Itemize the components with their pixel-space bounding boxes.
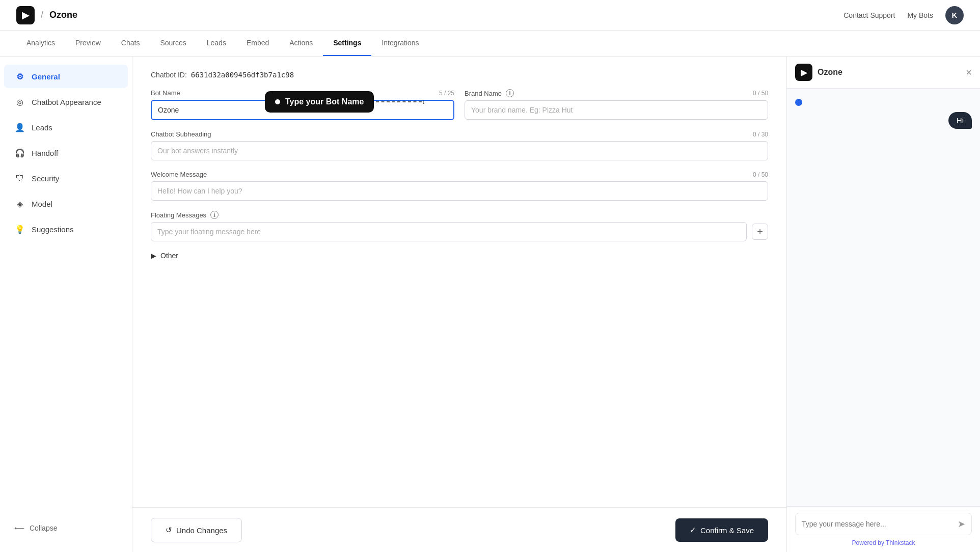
brand-name-count: 0 / 50 — [753, 90, 768, 97]
other-section[interactable]: ▶ Other — [151, 252, 768, 260]
bot-brand-row: Bot Name 5 / 25 Brand Name ℹ 0 / 50 — [151, 89, 768, 120]
welcome-label: Welcome Message 0 / 50 — [151, 171, 768, 178]
appearance-icon: ◎ — [14, 96, 25, 107]
chat-input-row: ➤ — [795, 513, 972, 535]
chat-title-text: Ozone — [818, 68, 842, 77]
tab-chats[interactable]: Chats — [111, 31, 150, 56]
welcome-input[interactable] — [151, 181, 768, 201]
subheading-group: Chatbot Subheading 0 / 30 — [151, 130, 768, 160]
sidebar-item-model[interactable]: ◈ Model — [4, 192, 128, 215]
bot-typing-indicator — [795, 99, 802, 106]
hi-bubble: Hi — [948, 112, 972, 129]
breadcrumb-slash: / — [41, 10, 43, 20]
subheading-label: Chatbot Subheading 0 / 30 — [151, 130, 768, 138]
floating-message-input[interactable] — [151, 222, 747, 241]
sidebar-label-handoff: Handoff — [32, 149, 58, 157]
chatbot-id-value: 6631d32a009456df3b7a1c98 — [191, 71, 294, 79]
model-icon: ◈ — [14, 198, 25, 209]
brand-name-label: Brand Name ℹ 0 / 50 — [465, 89, 768, 97]
tab-settings[interactable]: Settings — [323, 31, 371, 56]
tab-sources[interactable]: Sources — [150, 31, 196, 56]
handoff-icon: 🎧 — [14, 147, 25, 158]
chat-send-button[interactable]: ➤ — [958, 518, 965, 530]
other-label: Other — [160, 252, 178, 260]
user-avatar[interactable]: K — [945, 6, 964, 24]
powered-brand: Thinkstack — [886, 539, 915, 546]
tab-navigation: Analytics Preview Chats Sources Leads Em… — [0, 31, 980, 57]
topbar: ▶ / Ozone Contact Support My Bots K — [0, 0, 980, 31]
undo-button[interactable]: ↺ Undo Changes — [151, 518, 242, 542]
welcome-message-group: Welcome Message 0 / 50 — [151, 171, 768, 201]
sidebar-item-suggestions[interactable]: 💡 Suggestions — [4, 217, 128, 241]
tooltip-line: ↓ — [376, 98, 425, 105]
collapse-label: Collapse — [30, 524, 57, 532]
topbar-right: Contact Support My Bots K — [843, 6, 964, 24]
suggestions-icon: 💡 — [14, 224, 25, 235]
floating-label: Floating Messages ℹ — [151, 211, 768, 219]
undo-icon: ↺ — [166, 526, 172, 535]
sidebar-item-security[interactable]: 🛡 Security — [4, 167, 128, 190]
other-expand-icon: ▶ — [151, 252, 156, 260]
topbar-left: ▶ / Ozone — [16, 6, 77, 24]
sidebar: ⚙ General ◎ Chatbot Appearance 👤 Leads 🎧… — [0, 57, 132, 552]
chat-powered-by: Powered by Thinkstack — [795, 539, 972, 546]
app-logo[interactable]: ▶ — [16, 6, 35, 24]
sidebar-label-appearance: Chatbot Appearance — [32, 98, 101, 106]
chat-footer: ➤ Powered by Thinkstack — [787, 506, 980, 552]
floating-info-icon[interactable]: ℹ — [210, 211, 219, 219]
tab-embed[interactable]: Embed — [236, 31, 279, 56]
floating-add-button[interactable]: + — [752, 224, 768, 240]
gear-icon: ⚙ — [14, 71, 25, 82]
sidebar-label-suggestions: Suggestions — [32, 225, 74, 234]
bot-name-count: 5 / 25 — [439, 90, 454, 97]
chat-preview-header: ▶ Ozone × — [787, 57, 980, 89]
tab-analytics[interactable]: Analytics — [16, 31, 65, 56]
undo-label: Undo Changes — [176, 526, 227, 535]
bottom-actions: ↺ Undo Changes ✓ Confirm & Save — [132, 507, 786, 552]
chat-preview-title: ▶ Ozone — [795, 64, 842, 81]
collapse-icon: ⟵ — [14, 524, 24, 532]
my-bots-link[interactable]: My Bots — [907, 11, 933, 19]
tab-preview[interactable]: Preview — [65, 31, 111, 56]
sidebar-item-handoff[interactable]: 🎧 Handoff — [4, 141, 128, 164]
save-check-icon: ✓ — [690, 526, 696, 535]
sidebar-label-leads: Leads — [32, 123, 52, 132]
sidebar-label-security: Security — [32, 174, 59, 183]
shield-icon: 🛡 — [14, 173, 25, 184]
tab-integrations[interactable]: Integrations — [371, 31, 429, 56]
brand-name-group: Brand Name ℹ 0 / 50 — [465, 89, 768, 120]
chatbot-id-row: Chatbot ID: 6631d32a009456df3b7a1c98 — [151, 71, 768, 79]
floating-input-wrap — [151, 222, 747, 241]
sidebar-label-model: Model — [32, 200, 52, 208]
sidebar-item-leads[interactable]: 👤 Leads — [4, 116, 128, 139]
chatbot-id-label: Chatbot ID: — [151, 71, 187, 79]
brand-name-input[interactable] — [465, 100, 768, 120]
tab-actions[interactable]: Actions — [279, 31, 323, 56]
content-wrapper: Type your Bot Name ↓ Chatbot ID: 6631d32… — [132, 57, 786, 552]
brand-name-info-icon[interactable]: ℹ — [506, 89, 514, 97]
sidebar-item-general[interactable]: ⚙ General — [4, 65, 128, 88]
tooltip-dot — [275, 99, 280, 104]
main-layout: ⚙ General ◎ Chatbot Appearance 👤 Leads 🎧… — [0, 57, 980, 552]
tooltip-text: Type your Bot Name — [285, 97, 364, 106]
chat-body: Hi — [787, 89, 980, 506]
subheading-input[interactable] — [151, 141, 768, 160]
save-label: Confirm & Save — [700, 526, 754, 535]
chat-logo: ▶ — [795, 64, 812, 81]
tab-leads[interactable]: Leads — [197, 31, 236, 56]
welcome-count: 0 / 50 — [753, 171, 768, 178]
collapse-button[interactable]: ⟵ Collapse — [4, 518, 128, 538]
tooltip-popup: Type your Bot Name ↓ — [265, 91, 374, 113]
chat-message-input[interactable] — [802, 520, 954, 528]
leads-icon: 👤 — [14, 122, 25, 133]
chat-close-button[interactable]: × — [966, 67, 972, 78]
confirm-save-button[interactable]: ✓ Confirm & Save — [675, 518, 768, 542]
sidebar-item-chatbot-appearance[interactable]: ◎ Chatbot Appearance — [4, 90, 128, 114]
floating-messages-group: Floating Messages ℹ + — [151, 211, 768, 241]
sidebar-nav: ⚙ General ◎ Chatbot Appearance 👤 Leads 🎧… — [0, 65, 132, 241]
contact-support-link[interactable]: Contact Support — [843, 11, 895, 19]
app-name: Ozone — [49, 10, 77, 20]
chat-preview-panel: ▶ Ozone × Hi ➤ Powered by Thinkstack ▶ — [786, 57, 980, 552]
subheading-count: 0 / 30 — [753, 131, 768, 138]
settings-form: Type your Bot Name ↓ Chatbot ID: 6631d32… — [132, 57, 786, 507]
